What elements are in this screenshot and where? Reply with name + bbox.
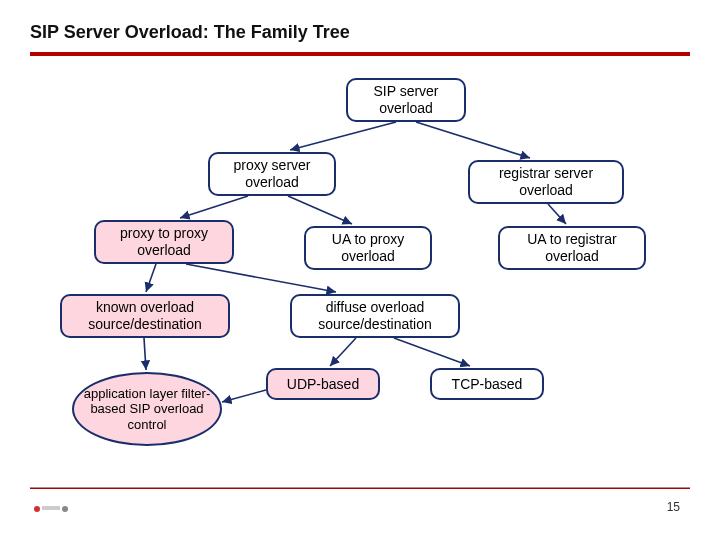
node-diffuse-src: diffuse overload source/destination: [290, 294, 460, 338]
node-udp-based: UDP-based: [266, 368, 380, 400]
svg-line-9: [144, 338, 146, 370]
svg-line-2: [180, 196, 248, 218]
node-ua-to-proxy: UA to proxy overload: [304, 226, 432, 270]
footer-rule: [30, 487, 690, 489]
node-proxy-to-proxy: proxy to proxy overload: [94, 220, 234, 264]
footer-logo: [34, 498, 68, 516]
svg-line-1: [416, 122, 530, 158]
svg-line-0: [290, 122, 396, 150]
svg-line-8: [394, 338, 470, 366]
node-known-src: known overload source/destination: [60, 294, 230, 338]
page-number: 15: [667, 500, 680, 514]
svg-line-5: [146, 264, 156, 292]
svg-line-3: [288, 196, 352, 224]
title-rule: [30, 52, 690, 56]
node-app-layer: application layer filter-based SIP overl…: [72, 372, 222, 446]
node-registrar-server: registrar server overload: [468, 160, 624, 204]
svg-line-4: [548, 204, 566, 224]
node-tcp-based: TCP-based: [430, 368, 544, 400]
node-ua-to-registrar: UA to registrar overload: [498, 226, 646, 270]
node-proxy-server: proxy server overload: [208, 152, 336, 196]
slide-title: SIP Server Overload: The Family Tree: [30, 22, 350, 43]
node-root: SIP server overload: [346, 78, 466, 122]
svg-line-10: [222, 390, 266, 402]
svg-line-7: [330, 338, 356, 366]
